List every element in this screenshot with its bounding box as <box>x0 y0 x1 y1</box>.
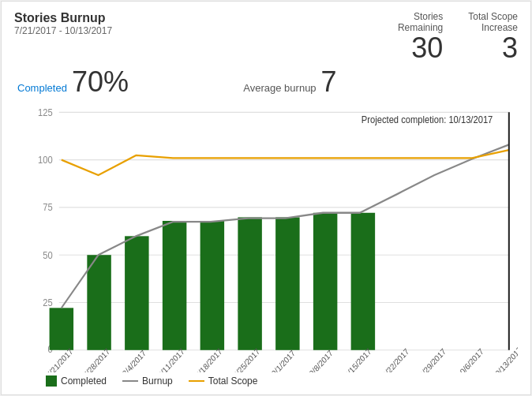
svg-text:50: 50 <box>43 249 53 261</box>
bar-0 <box>50 308 73 349</box>
legend-burnup-icon <box>122 380 138 382</box>
x-label-2: 8/4/2017 <box>121 348 148 372</box>
x-label-12: 10/13/2017 <box>491 345 518 372</box>
completed-label: Completed <box>17 82 67 94</box>
card-header: Stories Burnup 7/21/2017 - 10/13/2017 St… <box>14 11 518 62</box>
legend-scope-icon <box>189 380 204 382</box>
bar-8 <box>351 213 375 350</box>
average-value: 7 <box>321 65 337 99</box>
svg-text:125: 125 <box>38 106 53 118</box>
bar-1 <box>87 255 111 350</box>
average-label: Average burnup <box>243 82 316 94</box>
legend-completed-icon <box>46 375 57 387</box>
stories-remaining-value: 30 <box>398 34 443 62</box>
completed-metric: Completed 70% <box>17 65 129 99</box>
bar-7 <box>313 213 337 350</box>
legend-scope-label: Total Scope <box>208 375 258 387</box>
svg-text:25: 25 <box>43 297 53 308</box>
svg-text:75: 75 <box>43 202 53 214</box>
bar-2 <box>125 236 148 349</box>
bar-3 <box>163 221 186 350</box>
total-scope-label: Total ScopeIncrease <box>468 11 518 34</box>
metrics-row: Completed 70% Average burnup 7 <box>14 65 518 99</box>
bar-5 <box>238 217 261 349</box>
stories-burnup-card: Stories Burnup 7/21/2017 - 10/13/2017 St… <box>1 1 531 395</box>
chart-container: 0 25 50 75 100 125 <box>21 103 518 372</box>
completed-value: 70% <box>72 65 129 99</box>
x-label-7: 9/8/2017 <box>308 348 335 372</box>
title-block: Stories Burnup 7/21/2017 - 10/13/2017 <box>14 11 112 36</box>
bar-4 <box>200 221 224 350</box>
legend-burnup: Burnup <box>122 375 173 387</box>
bar-6 <box>275 217 299 349</box>
chart-date-range: 7/21/2017 - 10/13/2017 <box>14 25 112 36</box>
chart-title: Stories Burnup <box>14 11 112 25</box>
average-metric: Average burnup 7 <box>243 65 336 99</box>
svg-text:100: 100 <box>38 154 53 166</box>
chart-legend: Completed Burnup Total Scope <box>14 375 518 387</box>
burnup-chart: 0 25 50 75 100 125 <box>21 103 518 372</box>
stories-remaining-stat: StoriesRemaining 30 <box>398 11 443 62</box>
x-label-6: 9/1/2017 <box>270 348 297 372</box>
total-scope-value: 3 <box>468 34 518 62</box>
legend-completed: Completed <box>46 375 107 387</box>
header-stats: StoriesRemaining 30 Total ScopeIncrease … <box>398 11 518 62</box>
projected-label: Projected completion: 10/13/2017 <box>362 114 493 125</box>
stories-remaining-label: StoriesRemaining <box>398 11 443 34</box>
legend-burnup-label: Burnup <box>142 375 173 387</box>
legend-completed-label: Completed <box>61 375 107 387</box>
total-scope-stat: Total ScopeIncrease 3 <box>468 11 518 62</box>
legend-total-scope: Total Scope <box>189 375 258 387</box>
